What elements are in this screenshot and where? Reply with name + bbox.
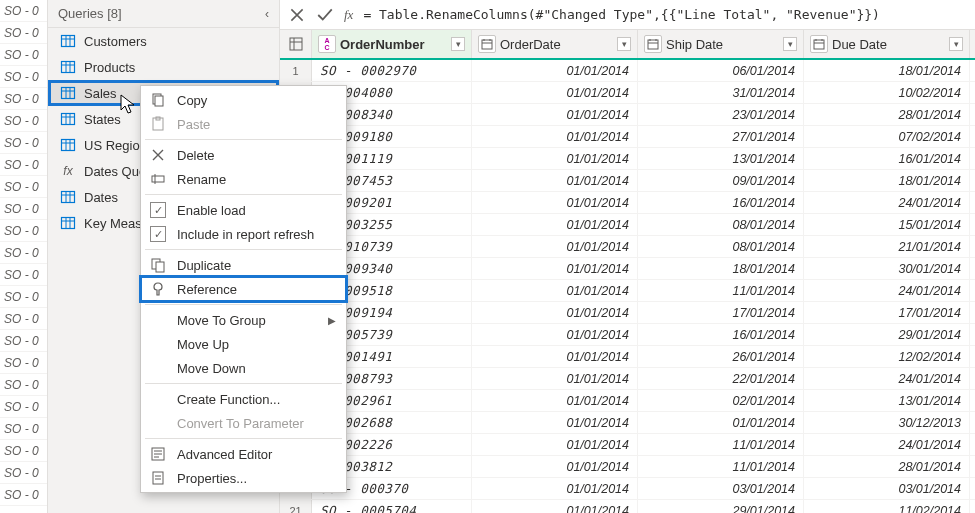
table-row[interactable]: 21SO - 000570401/01/201429/01/201411/02/… <box>280 500 975 513</box>
cell-duedate[interactable]: 12/02/2014 <box>804 346 970 367</box>
cell-duedate[interactable]: 28/01/2014 <box>804 456 970 477</box>
row-number[interactable]: 1 <box>280 60 312 81</box>
menu-item-move-to-group[interactable]: Move To Group▶ <box>141 308 346 332</box>
menu-item-create-function[interactable]: Create Function... <box>141 387 346 411</box>
formula-cancel-icon[interactable] <box>288 6 306 24</box>
cell-duedate[interactable]: 11/02/2014 <box>804 500 970 513</box>
cell-shipdate[interactable]: 08/01/2014 <box>638 236 804 257</box>
cell-duedate[interactable]: 18/01/2014 <box>804 170 970 191</box>
menu-item-include-in-report-refresh[interactable]: ✓Include in report refresh <box>141 222 346 246</box>
cell-duedate[interactable]: 28/01/2014 <box>804 104 970 125</box>
cell-orderdate[interactable]: 01/01/2014 <box>472 192 638 213</box>
table-row[interactable]: 20SO - 00037001/01/201403/01/201403/01/2… <box>280 478 975 500</box>
menu-item-enable-load[interactable]: ✓Enable load <box>141 198 346 222</box>
cell-orderdate[interactable]: 01/01/2014 <box>472 104 638 125</box>
cell-orderdate[interactable]: 01/01/2014 <box>472 82 638 103</box>
cell-shipdate[interactable]: 16/01/2014 <box>638 192 804 213</box>
cell-orderdate[interactable]: 01/01/2014 <box>472 60 638 81</box>
table-row[interactable]: - 000918001/01/201427/01/201407/02/2014 <box>280 126 975 148</box>
table-row[interactable]: - 001073901/01/201408/01/201421/01/2014 <box>280 236 975 258</box>
menu-item-reference[interactable]: Reference <box>141 277 346 301</box>
cell-orderdate[interactable]: 01/01/2014 <box>472 434 638 455</box>
row-number[interactable]: 21 <box>280 500 312 513</box>
cell-duedate[interactable]: 16/01/2014 <box>804 148 970 169</box>
cell-orderdate[interactable]: 01/01/2014 <box>472 346 638 367</box>
cell-shipdate[interactable]: 02/01/2014 <box>638 390 804 411</box>
cell-shipdate[interactable]: 03/01/2014 <box>638 478 804 499</box>
menu-item-move-up[interactable]: Move Up <box>141 332 346 356</box>
cell-shipdate[interactable]: 17/01/2014 <box>638 302 804 323</box>
cell-duedate[interactable]: 03/01/2014 <box>804 478 970 499</box>
cell-orderdate[interactable]: 01/01/2014 <box>472 456 638 477</box>
cell-orderdate[interactable]: 01/01/2014 <box>472 478 638 499</box>
table-row[interactable]: - 000573901/01/201416/01/201429/01/2014 <box>280 324 975 346</box>
cell-duedate[interactable]: 30/12/2013 <box>804 412 970 433</box>
cell-shipdate[interactable]: 01/01/2014 <box>638 412 804 433</box>
cell-orderdate[interactable]: 01/01/2014 <box>472 148 638 169</box>
menu-item-properties[interactable]: Properties... <box>141 466 346 490</box>
cell-orderdate[interactable]: 01/01/2014 <box>472 500 638 513</box>
cell-orderdate[interactable]: 01/01/2014 <box>472 126 638 147</box>
cell-shipdate[interactable]: 06/01/2014 <box>638 60 804 81</box>
cell-orderdate[interactable]: 01/01/2014 <box>472 412 638 433</box>
cell-shipdate[interactable]: 18/01/2014 <box>638 258 804 279</box>
column-filter-dropdown-icon[interactable]: ▾ <box>617 37 631 51</box>
cell-shipdate[interactable]: 23/01/2014 <box>638 104 804 125</box>
table-row[interactable]: - 000222601/01/201411/01/201424/01/2014 <box>280 434 975 456</box>
table-row[interactable]: - 000381201/01/201411/01/201428/01/2014 <box>280 456 975 478</box>
cell-shipdate[interactable]: 22/01/2014 <box>638 368 804 389</box>
formula-accept-icon[interactable] <box>316 6 334 24</box>
table-row[interactable]: - 000834001/01/201423/01/201428/01/2014 <box>280 104 975 126</box>
cell-orderdate[interactable]: 01/01/2014 <box>472 236 638 257</box>
table-row[interactable]: - 000149101/01/201426/01/201412/02/2014 <box>280 346 975 368</box>
cell-duedate[interactable]: 24/01/2014 <box>804 280 970 301</box>
column-filter-dropdown-icon[interactable]: ▾ <box>783 37 797 51</box>
cell-duedate[interactable]: 17/01/2014 <box>804 302 970 323</box>
cell-shipdate[interactable]: 11/01/2014 <box>638 434 804 455</box>
cell-duedate[interactable]: 10/02/2014 <box>804 82 970 103</box>
cell-orderdate[interactable]: 01/01/2014 <box>472 302 638 323</box>
table-row[interactable]: - 000111901/01/201413/01/201416/01/2014 <box>280 148 975 170</box>
query-context-menu[interactable]: CopyPasteDeleteRename✓Enable load✓Includ… <box>140 85 347 493</box>
column-header-ordernumber[interactable]: ACOrderNumber▾ <box>312 30 472 58</box>
cell-orderdate[interactable]: 01/01/2014 <box>472 170 638 191</box>
cell-orderdate[interactable]: 01/01/2014 <box>472 258 638 279</box>
cell-duedate[interactable]: 21/01/2014 <box>804 236 970 257</box>
cell-duedate[interactable]: 24/01/2014 <box>804 368 970 389</box>
collapse-pane-icon[interactable]: ‹ <box>265 7 269 21</box>
column-filter-dropdown-icon[interactable]: ▾ <box>949 37 963 51</box>
cell-duedate[interactable]: 24/01/2014 <box>804 192 970 213</box>
table-row[interactable]: - 000920101/01/201416/01/201424/01/2014 <box>280 192 975 214</box>
table-row[interactable]: - 000296101/01/201402/01/201413/01/2014 <box>280 390 975 412</box>
select-all-corner[interactable] <box>280 30 312 58</box>
cell-ordernumber[interactable]: SO - 0005704 <box>312 500 472 513</box>
cell-shipdate[interactable]: 27/01/2014 <box>638 126 804 147</box>
menu-item-move-down[interactable]: Move Down <box>141 356 346 380</box>
table-row[interactable]: - 000879301/01/201422/01/201424/01/2014 <box>280 368 975 390</box>
column-header-orderdate[interactable]: OrderDate▾ <box>472 30 638 58</box>
menu-item-duplicate[interactable]: Duplicate <box>141 253 346 277</box>
query-item-customers[interactable]: Customers <box>48 28 279 54</box>
query-item-products[interactable]: Products <box>48 54 279 80</box>
cell-duedate[interactable]: 24/01/2014 <box>804 434 970 455</box>
table-row[interactable]: 1SO - 000297001/01/201406/01/201418/01/2… <box>280 60 975 82</box>
table-row[interactable]: - 000951801/01/201411/01/201424/01/2014 <box>280 280 975 302</box>
cell-shipdate[interactable]: 09/01/2014 <box>638 170 804 191</box>
cell-shipdate[interactable]: 11/01/2014 <box>638 280 804 301</box>
cell-duedate[interactable]: 13/01/2014 <box>804 390 970 411</box>
table-row[interactable]: - 000934001/01/201418/01/201430/01/2014 <box>280 258 975 280</box>
cell-orderdate[interactable]: 01/01/2014 <box>472 390 638 411</box>
cell-orderdate[interactable]: 01/01/2014 <box>472 368 638 389</box>
cell-orderdate[interactable]: 01/01/2014 <box>472 214 638 235</box>
table-row[interactable]: - 000268801/01/201401/01/201430/12/2013 <box>280 412 975 434</box>
menu-item-rename[interactable]: Rename <box>141 167 346 191</box>
cell-duedate[interactable]: 15/01/2014 <box>804 214 970 235</box>
fx-symbol[interactable]: fx <box>344 7 353 23</box>
column-header-due-date[interactable]: Due Date▾ <box>804 30 970 58</box>
cell-shipdate[interactable]: 08/01/2014 <box>638 214 804 235</box>
table-row[interactable]: - 000745301/01/201409/01/201418/01/2014 <box>280 170 975 192</box>
menu-item-delete[interactable]: Delete <box>141 143 346 167</box>
menu-item-copy[interactable]: Copy <box>141 88 346 112</box>
cell-orderdate[interactable]: 01/01/2014 <box>472 324 638 345</box>
cell-ordernumber[interactable]: SO - 0002970 <box>312 60 472 81</box>
